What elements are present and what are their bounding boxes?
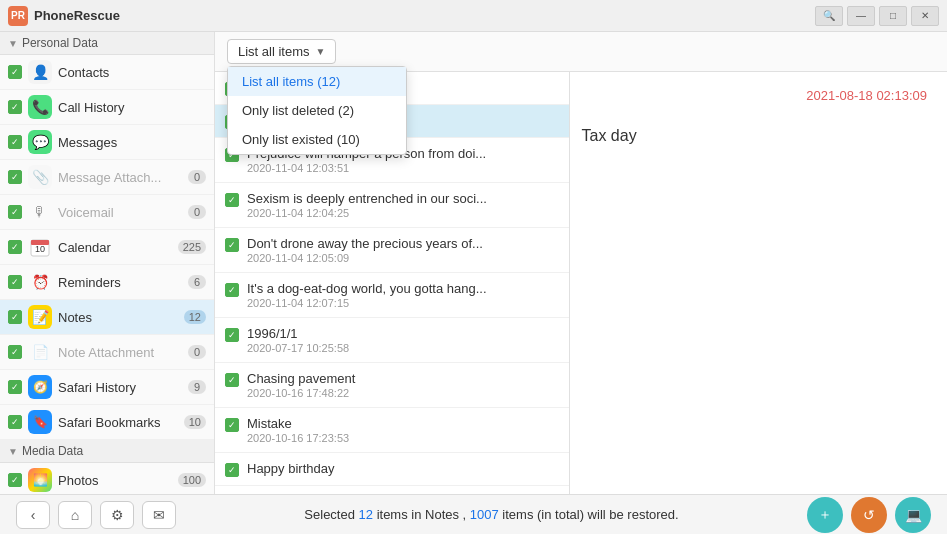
dropdown-option-existed[interactable]: Only list existed (10) xyxy=(228,125,406,154)
detail-panel: 2021-08-18 02:13:09 Tax day xyxy=(570,72,948,494)
reminders-checkbox[interactable]: ✓ xyxy=(8,275,22,289)
sidebar-item-safari-history[interactable]: ✓ 🧭 Safari History 9 xyxy=(0,370,214,405)
status-text: Selected 12 items in Notes , 1007 items … xyxy=(176,507,807,522)
add-button[interactable]: ＋ xyxy=(807,497,843,533)
list-item-5-info: Don't drone away the precious years of..… xyxy=(247,236,559,264)
detail-date: 2021-08-18 02:13:09 xyxy=(582,84,936,107)
voicemail-checkbox[interactable]: ✓ xyxy=(8,205,22,219)
call-history-label: Call History xyxy=(58,100,206,115)
total-count: 1007 xyxy=(470,507,499,522)
list-item-5[interactable]: ✓ Don't drone away the precious years of… xyxy=(215,228,569,273)
notes-icon: 📝 xyxy=(28,305,52,329)
sidebar-item-notes[interactable]: ✓ 📝 Notes 12 xyxy=(0,300,214,335)
back-button[interactable]: ‹ xyxy=(16,501,50,529)
list-item-5-checkbox[interactable]: ✓ xyxy=(225,238,239,252)
title-bar: PR PhoneRescue 🔍 — □ ✕ xyxy=(0,0,947,32)
restore-btn-area: ＋ ↺ 💻 xyxy=(807,497,931,533)
sidebar-item-note-attachment[interactable]: ✓ 📄 Note Attachment 0 xyxy=(0,335,214,370)
sidebar-item-safari-bookmarks[interactable]: ✓ 🔖 Safari Bookmarks 10 xyxy=(0,405,214,440)
note-attachment-checkbox[interactable]: ✓ xyxy=(8,345,22,359)
safari-bookmarks-icon: 🔖 xyxy=(28,410,52,434)
list-item-10[interactable]: ✓ Happy birthday xyxy=(215,453,569,486)
safari-bookmarks-checkbox[interactable]: ✓ xyxy=(8,415,22,429)
dropdown-label: List all items xyxy=(238,44,310,59)
sidebar-item-voicemail[interactable]: ✓ 🎙 Voicemail 0 xyxy=(0,195,214,230)
list-item-7-info: 1996/1/1 2020-07-17 10:25:58 xyxy=(247,326,559,354)
photos-checkbox[interactable]: ✓ xyxy=(8,473,22,487)
list-item-6-date: 2020-11-04 12:07:15 xyxy=(247,297,559,309)
settings-button[interactable]: ⚙ xyxy=(100,501,134,529)
close-button[interactable]: ✕ xyxy=(911,6,939,26)
list-item-9-checkbox[interactable]: ✓ xyxy=(225,418,239,432)
sidebar-item-photos[interactable]: ✓ 🌅 Photos 100 xyxy=(0,463,214,494)
list-item-5-title: Don't drone away the precious years of..… xyxy=(247,236,559,251)
status-suffix: items (in total) will be restored. xyxy=(499,507,679,522)
safari-history-checkbox[interactable]: ✓ xyxy=(8,380,22,394)
maximize-button[interactable]: □ xyxy=(879,6,907,26)
detail-title: Tax day xyxy=(582,127,936,145)
list-item-4-date: 2020-11-04 12:04:25 xyxy=(247,207,559,219)
list-item-8-checkbox[interactable]: ✓ xyxy=(225,373,239,387)
list-item-4[interactable]: ✓ Sexism is deeply entrenched in our soc… xyxy=(215,183,569,228)
list-item-7-checkbox[interactable]: ✓ xyxy=(225,328,239,342)
list-item-8[interactable]: ✓ Chasing pavement 2020-10-16 17:48:22 xyxy=(215,363,569,408)
sidebar-item-message-attach[interactable]: ✓ 📎 Message Attach... 0 xyxy=(0,160,214,195)
safari-history-label: Safari History xyxy=(58,380,188,395)
call-history-icon: 📞 xyxy=(28,95,52,119)
message-attach-count: 0 xyxy=(188,170,206,184)
safari-history-count: 9 xyxy=(188,380,206,394)
status-prefix: Selected xyxy=(304,507,358,522)
message-attach-checkbox[interactable]: ✓ xyxy=(8,170,22,184)
list-item-4-checkbox[interactable]: ✓ xyxy=(225,193,239,207)
sidebar: ▼ Personal Data ✓ 👤 Contacts ✓ 📞 Call Hi… xyxy=(0,32,215,494)
list-item-9[interactable]: ✓ Mistake 2020-10-16 17:23:53 xyxy=(215,408,569,453)
list-item-8-info: Chasing pavement 2020-10-16 17:48:22 xyxy=(247,371,559,399)
messages-checkbox[interactable]: ✓ xyxy=(8,135,22,149)
notes-label: Notes xyxy=(58,310,184,325)
sidebar-item-calendar[interactable]: ✓ 10 Calendar 225 xyxy=(0,230,214,265)
notes-checkbox[interactable]: ✓ xyxy=(8,310,22,324)
list-item-6-title: It's a dog-eat-dog world, you gotta hang… xyxy=(247,281,559,296)
list-item-6[interactable]: ✓ It's a dog-eat-dog world, you gotta ha… xyxy=(215,273,569,318)
filter-dropdown-menu: List all items (12) Only list deleted (2… xyxy=(227,66,407,155)
list-item-9-date: 2020-10-16 17:23:53 xyxy=(247,432,559,444)
calendar-count: 225 xyxy=(178,240,206,254)
content-header: List all items ▼ List all items (12) Onl… xyxy=(215,32,947,72)
filter-dropdown-button[interactable]: List all items ▼ xyxy=(227,39,336,64)
call-history-checkbox[interactable]: ✓ xyxy=(8,100,22,114)
contacts-icon: 👤 xyxy=(28,60,52,84)
note-attachment-icon: 📄 xyxy=(28,340,52,364)
window-controls: 🔍 — □ ✕ xyxy=(815,6,939,26)
dropdown-option-all[interactable]: List all items (12) xyxy=(228,67,406,96)
app-icon: PR xyxy=(8,6,28,26)
sidebar-item-call-history[interactable]: ✓ 📞 Call History xyxy=(0,90,214,125)
home-button[interactable]: ⌂ xyxy=(58,501,92,529)
list-item-6-checkbox[interactable]: ✓ xyxy=(225,283,239,297)
pc-button[interactable]: 💻 xyxy=(895,497,931,533)
photos-icon: 🌅 xyxy=(28,468,52,492)
message-attach-icon: 📎 xyxy=(28,165,52,189)
list-item-10-info: Happy birthday xyxy=(247,461,559,477)
minimize-button[interactable]: — xyxy=(847,6,875,26)
title-bar-left: PR PhoneRescue xyxy=(8,6,120,26)
list-item-9-title: Mistake xyxy=(247,416,559,431)
list-item-4-info: Sexism is deeply entrenched in our soci.… xyxy=(247,191,559,219)
contacts-checkbox[interactable]: ✓ xyxy=(8,65,22,79)
search-button[interactable]: 🔍 xyxy=(815,6,843,26)
list-item-10-checkbox[interactable]: ✓ xyxy=(225,463,239,477)
sidebar-item-reminders[interactable]: ✓ ⏰ Reminders 6 xyxy=(0,265,214,300)
calendar-checkbox[interactable]: ✓ xyxy=(8,240,22,254)
dropdown-option-deleted[interactable]: Only list deleted (2) xyxy=(228,96,406,125)
safari-history-icon: 🧭 xyxy=(28,375,52,399)
personal-data-arrow: ▼ xyxy=(8,38,18,49)
media-data-arrow: ▼ xyxy=(8,446,18,457)
sidebar-item-messages[interactable]: ✓ 💬 Messages xyxy=(0,125,214,160)
reminders-label: Reminders xyxy=(58,275,188,290)
restore-button[interactable]: ↺ xyxy=(851,497,887,533)
sidebar-item-contacts[interactable]: ✓ 👤 Contacts xyxy=(0,55,214,90)
voicemail-icon: 🎙 xyxy=(28,200,52,224)
selected-count: 12 xyxy=(359,507,373,522)
list-item-7-date: 2020-07-17 10:25:58 xyxy=(247,342,559,354)
mail-button[interactable]: ✉ xyxy=(142,501,176,529)
list-item-7[interactable]: ✓ 1996/1/1 2020-07-17 10:25:58 xyxy=(215,318,569,363)
